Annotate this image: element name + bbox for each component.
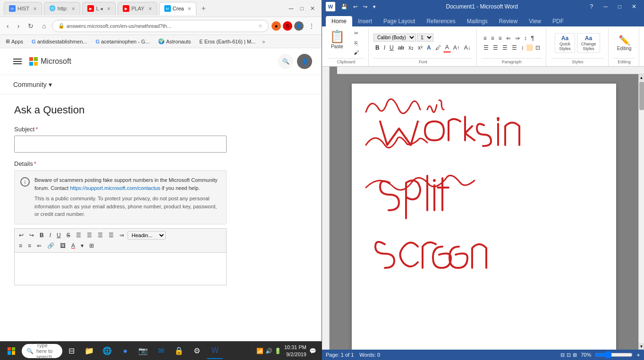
close-browser-button[interactable]: ✕ bbox=[307, 3, 318, 14]
editing-button[interactable]: ✏️ Editing bbox=[613, 33, 636, 52]
bookmarks-more-button[interactable]: » bbox=[262, 39, 265, 44]
subject-input[interactable] bbox=[14, 136, 227, 153]
word-texteffects-button[interactable]: A bbox=[425, 43, 433, 52]
numbering-button[interactable]: ≡ bbox=[489, 34, 496, 43]
unindent-button[interactable]: ⇐ bbox=[34, 241, 44, 250]
ribbon-tab-pagelayout[interactable]: Page Layout bbox=[378, 16, 421, 26]
quick-styles-button[interactable]: Aa QuickStyles bbox=[555, 33, 575, 53]
align-left-word[interactable]: ☰ bbox=[482, 43, 491, 52]
help-button[interactable]: ? bbox=[586, 2, 597, 11]
support-link[interactable]: https://support.microsoft.com/contactus bbox=[70, 185, 160, 191]
word-fontcolor-button[interactable]: A bbox=[443, 43, 451, 52]
file-explorer-button[interactable]: 📁 bbox=[81, 343, 97, 359]
show-marks-button[interactable]: ¶ bbox=[529, 34, 536, 43]
underline-button[interactable]: U bbox=[54, 231, 63, 240]
align-right-word[interactable]: ☰ bbox=[500, 43, 509, 52]
settings-button[interactable]: ⚙ bbox=[189, 343, 205, 359]
more-menu-button[interactable]: ⋮ bbox=[305, 20, 318, 32]
paste-button[interactable]: 📋 Paste bbox=[328, 28, 347, 57]
address-bar[interactable]: 🔒 answers.microsoft.com/en-us/newthread?… bbox=[52, 20, 269, 32]
heading-select[interactable]: Headin... Heading 1 Heading 2 Normal bbox=[127, 231, 166, 240]
document-wrapper[interactable] bbox=[330, 74, 638, 350]
print-layout-button[interactable]: ⊟ bbox=[560, 352, 565, 358]
redo-qat-button[interactable]: ↪ bbox=[361, 3, 369, 11]
line-spacing-button[interactable]: ↕ bbox=[519, 43, 526, 52]
word-subscript-button[interactable]: x₂ bbox=[407, 43, 415, 52]
start-button[interactable] bbox=[2, 343, 21, 359]
format-painter-button[interactable]: 🖌 bbox=[348, 49, 364, 56]
scroll-down-button[interactable]: ▼ bbox=[639, 343, 644, 350]
ribbon-tab-review[interactable]: Review bbox=[493, 16, 523, 26]
borders-button[interactable]: ⊡ bbox=[534, 43, 542, 52]
ms-user-button[interactable]: 👤 bbox=[297, 54, 312, 69]
qat-more-button[interactable]: ▾ bbox=[371, 3, 378, 11]
camera-button[interactable]: 📷 bbox=[135, 343, 151, 359]
image-button[interactable]: 🖼 bbox=[58, 241, 68, 250]
opera-icon[interactable]: ● bbox=[271, 21, 281, 31]
sort-button[interactable]: ↕ bbox=[522, 34, 529, 43]
tab-close-hist[interactable]: ✕ bbox=[33, 6, 37, 11]
decrease-indent-button[interactable]: ⇐ bbox=[504, 34, 513, 43]
justify-button[interactable]: ☰ bbox=[106, 231, 116, 240]
word-shrink-button[interactable]: A↓ bbox=[462, 43, 473, 52]
font-family-select[interactable]: Calibri (Body) bbox=[373, 34, 416, 42]
copy-button[interactable]: ⎘ bbox=[348, 39, 364, 47]
tab-close-http[interactable]: ✕ bbox=[71, 6, 75, 11]
tab-close-yt1[interactable]: ✕ bbox=[107, 6, 110, 11]
word-texthighlight-button[interactable]: 🖊 bbox=[433, 43, 443, 52]
multilevel-button[interactable]: ≡ bbox=[497, 34, 504, 43]
strikethrough-button[interactable]: S bbox=[64, 231, 73, 240]
bookmark-acet[interactable]: G acetaminophen - G... bbox=[93, 38, 151, 45]
increase-indent-button[interactable]: ⇒ bbox=[513, 34, 522, 43]
word-superscript-button[interactable]: x² bbox=[416, 43, 424, 52]
bullets-button[interactable]: ≡ bbox=[482, 34, 489, 43]
bookmark-astro[interactable]: 🌍 Astronauts bbox=[156, 37, 193, 45]
restore-word-button[interactable]: □ bbox=[614, 2, 625, 11]
unordered-list-button[interactable]: ≡ bbox=[17, 241, 25, 250]
word-bold-button[interactable]: B bbox=[373, 43, 381, 52]
table-button[interactable]: ⊞ bbox=[87, 241, 96, 250]
save-qat-button[interactable]: 💾 bbox=[339, 3, 349, 11]
cut-button[interactable]: ✂ bbox=[348, 29, 364, 37]
align-right-button[interactable]: ☰ bbox=[95, 231, 105, 240]
minimize-browser-button[interactable]: ─ bbox=[286, 3, 297, 14]
zoom-slider[interactable] bbox=[595, 351, 633, 359]
bookmark-apps[interactable]: ⊞ Apps bbox=[4, 37, 25, 45]
mail-button[interactable]: ✉ bbox=[153, 343, 169, 359]
extension-icon-red[interactable]: S bbox=[283, 21, 292, 31]
align-center-word[interactable]: ☰ bbox=[491, 43, 500, 52]
taskbar-search[interactable]: 🔍 Type here to search bbox=[22, 344, 62, 358]
ribbon-tab-mailings[interactable]: Mailings bbox=[461, 16, 493, 26]
forward-button[interactable]: › bbox=[15, 20, 23, 32]
user-avatar[interactable]: 👤 bbox=[294, 21, 304, 31]
notification-icon[interactable]: 💬 bbox=[309, 348, 316, 354]
link-button[interactable]: 🔗 bbox=[45, 241, 57, 250]
word-italic-button[interactable]: I bbox=[382, 43, 387, 52]
ordered-list-button[interactable]: ≡ bbox=[25, 241, 34, 250]
ms-search-button[interactable]: 🔍 bbox=[278, 54, 293, 69]
reload-button[interactable]: ↻ bbox=[25, 20, 36, 32]
italic-button[interactable]: I bbox=[47, 231, 53, 240]
bold-button[interactable]: B bbox=[37, 231, 46, 240]
edge-button[interactable]: 🌐 bbox=[99, 343, 115, 359]
change-styles-button[interactable]: Aa ChangeStyles bbox=[577, 33, 601, 53]
font-size-select[interactable]: 11 bbox=[417, 34, 433, 42]
tab-yt1[interactable]: ▶ L ◂ ✕ bbox=[82, 2, 116, 15]
justify-word[interactable]: ☰ bbox=[510, 43, 519, 52]
web-layout-button[interactable]: ⊞ bbox=[573, 352, 577, 358]
redo-button[interactable]: ↪ bbox=[27, 231, 36, 240]
task-view-button[interactable]: ⊟ bbox=[63, 343, 79, 359]
scroll-up-button[interactable]: ▲ bbox=[639, 74, 644, 81]
zoom-in-button[interactable]: + bbox=[636, 351, 640, 359]
tab-close-yt2[interactable]: ✕ bbox=[148, 6, 152, 11]
align-center-button[interactable]: ☰ bbox=[85, 231, 94, 240]
close-word-button[interactable]: ✕ bbox=[628, 2, 640, 11]
network-icon[interactable]: 📶 bbox=[256, 348, 263, 354]
word-vertical-scrollbar[interactable]: ▲ ▼ bbox=[638, 74, 644, 350]
bookmark-star-icon[interactable]: ☆ bbox=[258, 23, 263, 28]
ribbon-tab-home[interactable]: Home bbox=[326, 16, 352, 26]
shading-button[interactable] bbox=[526, 44, 533, 51]
back-button[interactable]: ‹ bbox=[4, 20, 12, 32]
ribbon-tab-view[interactable]: View bbox=[523, 16, 547, 26]
maximize-browser-button[interactable]: □ bbox=[297, 3, 306, 14]
